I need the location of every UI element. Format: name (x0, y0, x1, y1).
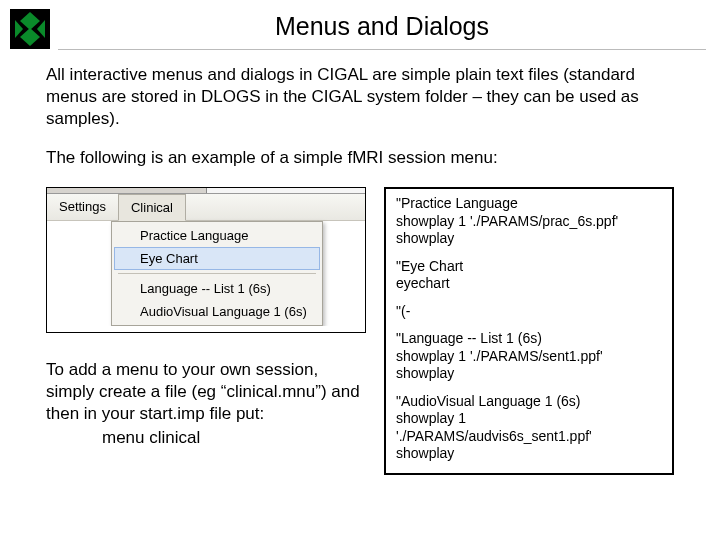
instruction-paragraph: To add a menu to your own session, simpl… (46, 359, 366, 424)
code-line: eyechart (396, 275, 662, 293)
logo-icon (2, 8, 58, 50)
dropdown-item-language-list1[interactable]: Language -- List 1 (6s) (114, 277, 320, 300)
intro-paragraph: All interactive menus and dialogs in CIG… (46, 64, 674, 129)
page-title: Menus and Dialogs (58, 12, 706, 41)
code-line: showplay (396, 445, 662, 463)
dropdown-item-practice-language[interactable]: Practice Language (114, 224, 320, 247)
dropdown-item-audiovisual-language[interactable]: AudioVisual Language 1 (6s) (114, 300, 320, 323)
slide-header: Menus and Dialogs (0, 0, 720, 64)
menu-source-code: "Practice Language showplay 1 './PARAMS/… (384, 187, 674, 475)
instruction-command: menu clinical (46, 428, 366, 448)
example-intro: The following is an example of a simple … (46, 147, 674, 169)
code-line: showplay 1 './PARAMS/audvis6s_sent1.ppf' (396, 410, 662, 445)
menu-bar: Settings Clinical (47, 194, 365, 221)
menu-screenshot: Settings Clinical Practice Language Eye … (46, 187, 366, 333)
code-line: showplay 1 './PARAMS/prac_6s.ppf' (396, 213, 662, 231)
dropdown-item-eye-chart[interactable]: Eye Chart (114, 247, 320, 270)
code-line: showplay (396, 230, 662, 248)
code-line: "Eye Chart (396, 258, 662, 276)
code-line: "Language -- List 1 (6s) (396, 330, 662, 348)
menu-item-settings[interactable]: Settings (47, 194, 118, 220)
code-line: "(- (396, 303, 662, 321)
code-line: "AudioVisual Language 1 (6s) (396, 393, 662, 411)
dropdown-menu: Practice Language Eye Chart Language -- … (111, 221, 323, 326)
code-line: showplay 1 './PARAMS/sent1.ppf' (396, 348, 662, 366)
code-line: "Practice Language (396, 195, 662, 213)
title-bar: Menus and Dialogs (58, 8, 706, 50)
menu-item-clinical[interactable]: Clinical (118, 194, 186, 221)
code-line: showplay (396, 365, 662, 383)
dropdown-separator (118, 273, 316, 274)
